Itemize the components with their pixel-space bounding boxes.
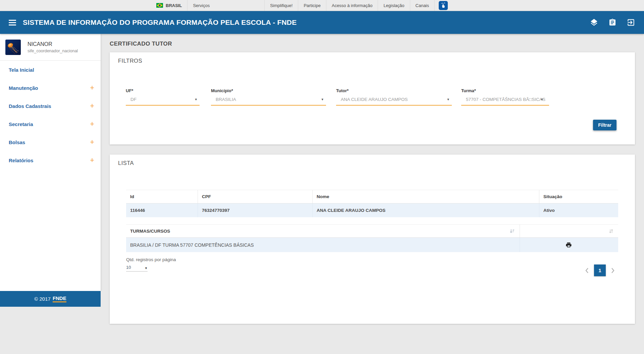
- government-bar: BRASIL Serviços Simplifique! Participe A…: [0, 0, 644, 11]
- brasil-label: BRASIL: [166, 3, 182, 8]
- brasil-brand: BRASIL: [151, 0, 187, 11]
- govbar-participe[interactable]: Participe: [298, 0, 326, 11]
- table-header-row: Id CPF Nome Situação: [126, 190, 618, 203]
- pagination: 1: [585, 264, 615, 276]
- avatar: [5, 40, 21, 55]
- expand-plus-icon: +: [90, 120, 94, 128]
- tutor-select[interactable]: ANA CLEIDE ARAUJO CAMPOS ▾: [336, 97, 452, 106]
- turma-row-label: BRASILIA / DF TURMA 57707 COMPETÊNCIAS B…: [130, 242, 254, 248]
- uf-label: UF*: [126, 88, 200, 93]
- column-header-cpf: CPF: [198, 190, 312, 203]
- clipboard-icon: [608, 18, 616, 26]
- main-content: CERTIFICADO TUTOR FILTROS UF* DF ▾ Munic…: [101, 34, 644, 354]
- sort-amount-icon[interactable]: [510, 229, 515, 234]
- fnde-link[interactable]: FNDE: [53, 295, 66, 302]
- tutor-table: Id CPF Nome Situação 116446 76324770397 …: [126, 190, 618, 217]
- app-title: SISTEMA DE INFORMAÇÃO DO PROGRAMA FORMAÇ…: [23, 18, 297, 26]
- per-page-label: Qtd. registros por página: [126, 257, 618, 262]
- cell-cpf: 76324770397: [198, 203, 312, 217]
- brazil-flag-icon: [156, 3, 163, 8]
- page-title: CERTIFICADO TUTOR: [110, 41, 644, 47]
- cell-situacao: Ativo: [539, 203, 618, 217]
- expand-plus-icon: +: [90, 84, 94, 92]
- turma-select[interactable]: 57707 - COMPETÃŠNCIAS BÃ□SICAS ▾: [461, 97, 549, 106]
- column-header-situacao: Situação: [539, 190, 618, 203]
- chevron-right-icon: [610, 268, 615, 274]
- logout-button[interactable]: [627, 18, 635, 27]
- layers-icon: [590, 18, 598, 27]
- filters-title: FILTROS: [118, 58, 142, 64]
- current-page-button[interactable]: 1: [594, 264, 606, 276]
- menu-hamburger-icon[interactable]: [9, 18, 16, 27]
- uf-select[interactable]: DF ▾: [126, 97, 200, 106]
- app-header: SISTEMA DE INFORMAÇÃO DO PROGRAMA FORMAÇ…: [0, 11, 644, 34]
- next-page-button[interactable]: [610, 268, 615, 274]
- sidebar-item-bolsas[interactable]: Bolsas +: [0, 133, 101, 151]
- expand-plus-icon: +: [90, 102, 94, 110]
- filters-card: FILTROS UF* DF ▾ Município* BRASILIA ▾: [110, 52, 635, 144]
- filtrar-button[interactable]: Filtrar: [593, 120, 616, 130]
- cell-nome: ANA CLEIDE ARAUJO CAMPOS: [312, 203, 539, 217]
- sidebar-item-dados-cadastrais[interactable]: Dados Cadastrais +: [0, 97, 101, 115]
- previous-page-button[interactable]: [585, 268, 589, 274]
- vlibras-accessibility-button[interactable]: [439, 1, 448, 10]
- sidebar-item-secretaria[interactable]: Secretaria +: [0, 115, 101, 133]
- chevron-down-icon: ▾: [195, 97, 197, 102]
- turma-label: Turma*: [461, 88, 549, 93]
- govbar-legislacao[interactable]: Legislação: [378, 0, 410, 11]
- turmas-cursos-table: TURMAS/CURSOS: [126, 224, 618, 252]
- sort-updown-icon[interactable]: [609, 229, 613, 234]
- sidebar-item-manutencao[interactable]: Manutenção +: [0, 79, 101, 97]
- tutor-label: Tutor*: [336, 88, 452, 93]
- layers-button[interactable]: [590, 18, 598, 27]
- column-header-id: Id: [126, 190, 198, 203]
- govbar-acesso-informacao[interactable]: Acesso à informação: [326, 0, 378, 11]
- table-row[interactable]: 116446 76324770397 ANA CLEIDE ARAUJO CAM…: [126, 203, 618, 217]
- expand-plus-icon: +: [90, 138, 94, 146]
- copyright-text: © 2017: [34, 296, 51, 302]
- cell-id: 116446: [126, 203, 198, 217]
- printer-icon: [566, 242, 572, 248]
- list-title: LISTA: [118, 160, 134, 166]
- expand-plus-icon: +: [90, 157, 94, 164]
- user-name: NICANOR: [28, 41, 78, 47]
- column-header-nome: Nome: [312, 190, 539, 203]
- municipio-select[interactable]: BRASILIA ▾: [211, 97, 326, 106]
- subtable-header-row: TURMAS/CURSOS: [126, 224, 618, 238]
- turma-row[interactable]: BRASILIA / DF TURMA 57707 COMPETÊNCIAS B…: [126, 238, 618, 252]
- chevron-down-icon: ▾: [447, 97, 449, 102]
- vlibras-hands-icon: [440, 2, 446, 9]
- sidebar-item-relatorios[interactable]: Relatórios +: [0, 151, 101, 169]
- sidebar-item-tela-inicial[interactable]: Tela Inicial: [0, 61, 101, 79]
- sidebar: NICANOR sife_coordenador_nacional Tela I…: [0, 34, 101, 354]
- chevron-down-icon: ▾: [321, 97, 323, 102]
- sidebar-menu: Tela Inicial Manutenção + Dados Cadastra…: [0, 61, 101, 169]
- user-card: NICANOR sife_coordenador_nacional: [0, 34, 101, 61]
- municipio-label: Município*: [211, 88, 326, 93]
- govbar-canais[interactable]: Canais: [410, 0, 435, 11]
- print-certificate-button[interactable]: [566, 242, 572, 248]
- select-arrow-icon: ▼: [145, 267, 148, 270]
- turmas-cursos-header: TURMAS/CURSOS: [130, 229, 170, 234]
- sidebar-footer: © 2017 FNDE: [0, 291, 101, 307]
- chevron-left-icon: [585, 268, 589, 274]
- list-card: LISTA Id CPF Nome Situação 116446 763247…: [110, 155, 635, 324]
- tutor-field: Tutor* ANA CLEIDE ARAUJO CAMPOS ▾: [336, 88, 452, 106]
- govbar-servicos[interactable]: Serviços: [187, 0, 215, 11]
- chevron-down-icon: ▾: [541, 97, 543, 102]
- uf-field: UF* DF ▾: [126, 88, 200, 106]
- per-page-select[interactable]: 10 ▼: [126, 265, 148, 272]
- clipboard-button[interactable]: [608, 18, 616, 26]
- turma-field: Turma* 57707 - COMPETÃŠNCIAS BÃ□SICAS ▾: [461, 88, 549, 106]
- user-role: sife_coordenador_nacional: [28, 49, 78, 53]
- municipio-field: Município* BRASILIA ▾: [211, 88, 326, 106]
- govbar-simplifique[interactable]: Simplifique!: [264, 0, 298, 11]
- logout-icon: [627, 18, 635, 27]
